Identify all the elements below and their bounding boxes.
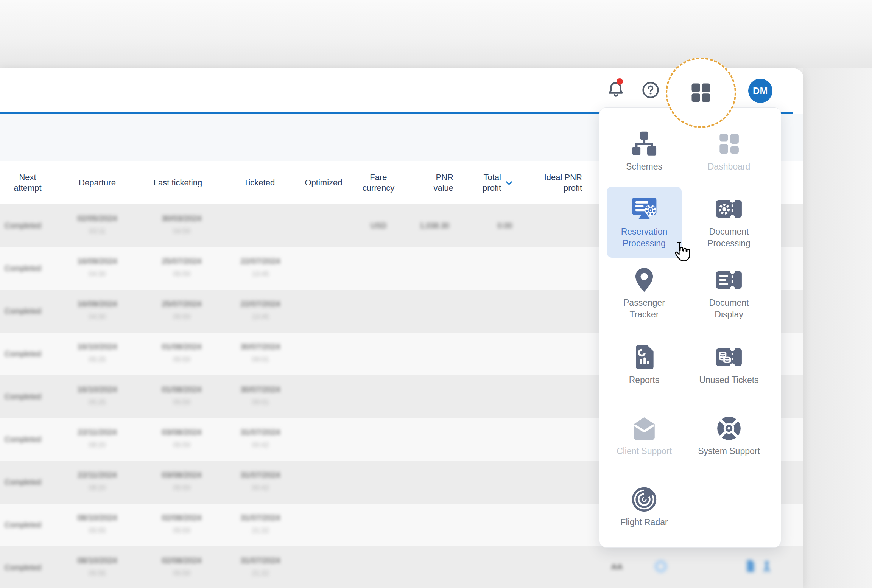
apps-menu-item-label-line: Reservation	[621, 226, 668, 238]
apps-menu-item-label-line: Document	[707, 226, 751, 238]
column-header-next-attempt[interactable]: Nextattempt	[14, 172, 41, 193]
column-header-label: profit	[544, 183, 582, 193]
time-value: 09:01	[240, 397, 280, 408]
status-cell: Completed	[5, 333, 41, 375]
client-support-icon	[630, 414, 658, 442]
document-processing-icon	[715, 195, 743, 223]
apps-menu-item-unused-tickets[interactable]: Unused Tickets	[691, 329, 766, 400]
time-value: 05:55	[77, 568, 117, 579]
apps-menu-item-document-processing[interactable]: DocumentProcessing	[691, 187, 766, 258]
time-value: 00:42	[240, 439, 280, 451]
apps-menu-item-passenger-tracker[interactable]: PassengerTracker	[607, 258, 682, 329]
apps-menu-item-system-support[interactable]: System Support	[691, 400, 766, 471]
date-value: 30/07/2024	[240, 384, 280, 395]
date-cell: 22/11/202408:20	[78, 469, 117, 493]
apps-menu-item-label: Dashboard	[708, 161, 751, 173]
apps-menu-item-label-line: Display	[709, 309, 749, 320]
status-cell: Completed	[5, 504, 41, 546]
date-cell: 25/07/202405:59	[162, 298, 201, 322]
apps-menu-item-label: PassengerTracker	[623, 297, 665, 320]
apps-menu-item-label: Reports	[629, 374, 660, 386]
date-value: 03/08/2024	[162, 426, 201, 438]
system-support-icon	[715, 414, 743, 442]
status-cell: Completed	[5, 461, 41, 504]
date-cell: 31/07/202421:22	[240, 555, 280, 579]
reservation-processing-icon	[630, 195, 658, 223]
unused-tickets-icon	[715, 343, 743, 371]
apps-menu-item-label: ReservationProcessing	[621, 226, 668, 249]
date-value: 31/07/2024	[240, 469, 280, 481]
date-value: 16/09/2024	[77, 255, 117, 267]
time-value: 04:30	[77, 311, 117, 322]
time-value: 04:30	[77, 268, 117, 280]
dashboard-icon	[715, 130, 743, 158]
date-value: 22/11/2024	[78, 426, 117, 438]
apps-menu-item-schemes[interactable]: Schemes	[607, 115, 682, 187]
date-value: 31/07/2024	[240, 426, 280, 438]
time-value: 00:42	[240, 482, 280, 493]
column-header-label: Total	[483, 172, 501, 183]
apps-menu-item-client-support: Client Support	[607, 400, 682, 471]
page-background-right	[803, 68, 872, 588]
itinerary-icon[interactable]	[760, 558, 774, 574]
column-header-label: attempt	[14, 183, 41, 193]
time-value: 21:22	[240, 525, 280, 536]
date-cell: 02/08/202405:59	[162, 512, 201, 536]
apps-menu-item-label-line: Flight Radar	[620, 516, 668, 528]
date-cell: 02/05/202403:11	[77, 213, 117, 237]
column-header-departure[interactable]: Departure	[79, 177, 116, 188]
date-cell: 30/07/202409:01	[240, 384, 280, 408]
column-header-label: currency	[363, 183, 394, 193]
column-header-label: Ticketed	[244, 177, 275, 188]
column-header-ticketed[interactable]: Ticketed	[244, 177, 275, 188]
date-cell: 03/08/202405:59	[162, 469, 201, 493]
apps-grid-icon[interactable]	[689, 81, 713, 105]
column-header-ideal-pnr-profit[interactable]: Ideal PNRprofit	[544, 172, 582, 193]
table-row[interactable]: Completed08/10/202405:5502/08/202405:593…	[0, 546, 803, 588]
apps-menu-item-reservation-processing[interactable]: ReservationProcessing	[607, 187, 682, 258]
column-header-label: value	[433, 183, 453, 193]
date-cell: 08/10/202405:55	[77, 555, 117, 579]
apps-menu-item-document-display[interactable]: DocumentDisplay	[691, 258, 766, 329]
apps-menu-item-flight-radar[interactable]: Flight Radar	[607, 471, 682, 542]
apps-launcher-menu: SchemesDashboardReservationProcessingDoc…	[599, 107, 781, 548]
date-cell: 31/07/202421:22	[240, 512, 280, 536]
date-cell: 16/09/202404:30	[77, 298, 117, 322]
column-header-pnr-value[interactable]: PNRvalue	[433, 172, 453, 193]
column-header-fare-currency[interactable]: Farecurrency	[363, 172, 394, 193]
apps-menu-item-label-line: Schemes	[626, 161, 662, 173]
status-cell: Completed	[5, 247, 41, 290]
time-value: 03:11	[77, 226, 117, 237]
pnr-value-cell: 1,038.30	[420, 204, 449, 247]
date-value: 01/08/2024	[162, 341, 201, 352]
date-cell: 22/11/202408:20	[78, 426, 117, 451]
time-value: 04:59	[162, 226, 201, 237]
date-value: 01/08/2024	[162, 384, 201, 395]
column-header-label: profit	[483, 183, 501, 193]
help-icon[interactable]	[642, 81, 660, 99]
date-cell: 22/07/202413:45	[240, 298, 280, 322]
column-header-label: Last ticketing	[154, 177, 202, 188]
apps-menu-item-label-line: Processing	[621, 238, 668, 249]
apps-menu-item-label: DocumentDisplay	[709, 297, 749, 320]
column-header-total-profit[interactable]: Totalprofit	[483, 172, 501, 193]
date-value: 22/07/2024	[240, 255, 280, 267]
apps-menu-item-label-line: Tracker	[623, 309, 665, 320]
column-header-optimized[interactable]: Optimized	[305, 177, 342, 188]
document-icon[interactable]	[743, 558, 758, 574]
date-cell: 25/07/202405:59	[162, 255, 201, 280]
column-header-last-ticketing[interactable]: Last ticketing	[154, 177, 202, 188]
apps-menu-item-reports[interactable]: Reports	[607, 329, 682, 400]
time-value: 05:59	[162, 268, 201, 280]
apps-menu-item-label: Flight Radar	[620, 516, 668, 528]
sort-desc-icon[interactable]	[504, 178, 514, 188]
date-cell: 22/07/202413:45	[240, 255, 280, 280]
date-value: 22/07/2024	[240, 298, 280, 310]
time-value: 05:25	[77, 354, 117, 365]
schemes-icon	[630, 130, 658, 158]
time-value: 05:59	[162, 311, 201, 322]
user-avatar[interactable]: DM	[748, 79, 772, 103]
column-header-label: Fare	[363, 172, 394, 183]
date-value: 16/10/2024	[77, 341, 117, 352]
date-cell: 31/07/202400:42	[240, 469, 280, 493]
